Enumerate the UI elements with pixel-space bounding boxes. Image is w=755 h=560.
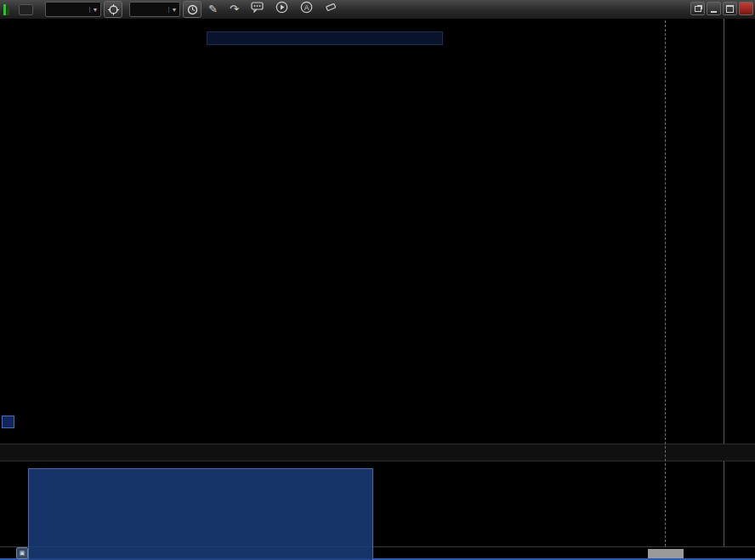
minimize-button[interactable] bbox=[707, 2, 721, 15]
close-button[interactable] bbox=[739, 2, 753, 15]
cursor-date-badge bbox=[648, 549, 684, 558]
bubble-icon bbox=[251, 2, 264, 13]
target-icon bbox=[108, 4, 119, 15]
circled-a-icon: A bbox=[300, 1, 313, 14]
chevron-down-icon[interactable]: ▼ bbox=[168, 7, 179, 13]
maximize-button[interactable] bbox=[723, 2, 737, 15]
eraser-icon[interactable] bbox=[325, 2, 338, 17]
comment-bubble-icon[interactable] bbox=[251, 2, 264, 17]
chart-app-icon bbox=[3, 3, 9, 15]
chart-menu-badge[interactable] bbox=[19, 4, 33, 15]
auto-annotation-icon[interactable]: A bbox=[300, 1, 313, 18]
dock-button[interactable] bbox=[690, 2, 705, 15]
link-lock-icon[interactable]: ▣ bbox=[16, 547, 28, 559]
time-interval-button[interactable] bbox=[183, 1, 202, 18]
play-button-icon[interactable] bbox=[275, 1, 288, 18]
draw-pencil-icon[interactable]: ✎ bbox=[208, 2, 218, 17]
chevron-down-icon[interactable]: ▼ bbox=[89, 7, 100, 13]
eraser-glyph bbox=[325, 2, 338, 13]
clock-icon bbox=[187, 4, 198, 15]
price-axis[interactable] bbox=[724, 19, 755, 546]
symbol-combo[interactable]: ▼ bbox=[45, 2, 101, 17]
page-badge[interactable] bbox=[2, 416, 14, 428]
indicator-tabbar bbox=[0, 444, 755, 461]
crosshair-vertical bbox=[665, 20, 666, 546]
window-controls bbox=[690, 2, 753, 15]
symbol-lookup-button[interactable] bbox=[104, 1, 122, 18]
svg-text:A: A bbox=[304, 3, 309, 12]
toolbar: ▼ ▼ ✎ ↷ bbox=[0, 0, 755, 20]
chart-window: ▼ ▼ ✎ ↷ bbox=[0, 0, 755, 560]
quote-bar bbox=[207, 31, 443, 45]
play-icon bbox=[275, 1, 288, 14]
main-price-chart[interactable] bbox=[0, 19, 724, 443]
redo-arrow-icon[interactable]: ↷ bbox=[230, 2, 239, 17]
interval-combo[interactable]: ▼ bbox=[129, 2, 180, 17]
data-window[interactable] bbox=[28, 468, 373, 560]
